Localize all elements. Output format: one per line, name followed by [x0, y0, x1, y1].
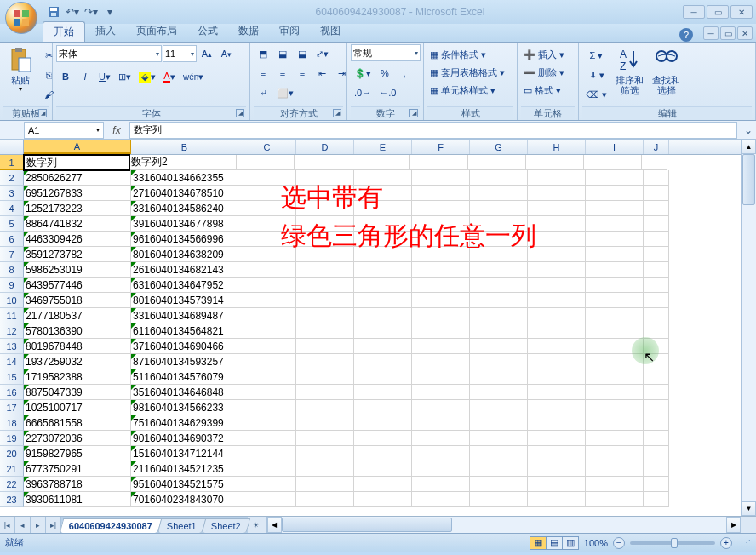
border-button[interactable]: ⊞▾: [115, 67, 135, 86]
resize-grip-icon[interactable]: ⋰: [737, 538, 751, 547]
format-cells-button[interactable]: ▭格式 ▾: [521, 82, 567, 99]
col-header-G[interactable]: G: [470, 140, 528, 154]
cell[interactable]: [470, 431, 528, 446]
cell[interactable]: [296, 339, 354, 354]
indent-dec-icon[interactable]: ⇤: [312, 64, 331, 83]
align-top-icon[interactable]: ⬒: [254, 44, 272, 63]
col-header-E[interactable]: E: [354, 140, 412, 154]
row-header[interactable]: 5: [0, 216, 24, 232]
cell[interactable]: [295, 155, 352, 170]
wrap-text-icon[interactable]: ⤶: [254, 83, 272, 102]
ribbon-minimize-icon[interactable]: ─: [703, 26, 719, 40]
cell[interactable]: [470, 232, 528, 247]
zoom-slider[interactable]: [630, 541, 715, 545]
cell[interactable]: [584, 155, 642, 170]
cell[interactable]: [586, 477, 644, 492]
cell[interactable]: [354, 369, 412, 385]
cell[interactable]: [412, 247, 470, 262]
cell[interactable]: [354, 278, 412, 293]
cell[interactable]: 数字列2: [129, 155, 237, 170]
row-header[interactable]: 13: [0, 339, 24, 354]
cell[interactable]: [296, 369, 354, 385]
cell[interactable]: 2116040134521235: [131, 461, 238, 477]
cell[interactable]: [412, 170, 470, 186]
phonetic-button[interactable]: wén▾: [180, 67, 207, 86]
zoom-level[interactable]: 100%: [584, 538, 608, 548]
row-header[interactable]: 17: [0, 400, 24, 415]
cell[interactable]: 8016040134573914: [131, 293, 238, 308]
cell[interactable]: [586, 232, 644, 247]
cell[interactable]: [354, 308, 412, 323]
cell[interactable]: 3469755018: [24, 293, 131, 308]
cell[interactable]: [468, 155, 526, 170]
conditional-format-button[interactable]: ▦条件格式 ▾: [427, 46, 507, 63]
table-format-button[interactable]: ▦套用表格格式 ▾: [427, 64, 507, 81]
cell[interactable]: [412, 278, 470, 293]
cell[interactable]: [644, 247, 669, 262]
cell[interactable]: [586, 247, 644, 262]
cell[interactable]: [354, 201, 412, 216]
cell[interactable]: [644, 477, 669, 492]
cell[interactable]: [586, 461, 644, 477]
cell[interactable]: 9016040134690372: [131, 431, 238, 446]
cell[interactable]: [528, 354, 586, 369]
cell[interactable]: [354, 354, 412, 369]
cell[interactable]: [354, 216, 412, 232]
cell[interactable]: [354, 186, 412, 201]
row-header[interactable]: 18: [0, 415, 24, 431]
cell[interactable]: [470, 461, 528, 477]
undo-icon[interactable]: ↶▾: [65, 4, 80, 20]
cell[interactable]: 1516040134712144: [131, 446, 238, 461]
row-header[interactable]: 22: [0, 477, 24, 492]
col-header-H[interactable]: H: [528, 140, 586, 154]
sheet-tab[interactable]: Sheet2: [201, 518, 249, 533]
cell[interactable]: [238, 354, 296, 369]
row-header[interactable]: 14: [0, 354, 24, 369]
cell[interactable]: [354, 492, 412, 507]
cell[interactable]: [354, 446, 412, 461]
sheet-next-icon[interactable]: ▸: [31, 517, 46, 533]
find-select-button[interactable]: 查找和 选择: [649, 44, 684, 97]
cell[interactable]: [238, 186, 296, 201]
row-header[interactable]: 19: [0, 431, 24, 446]
cell[interactable]: [644, 232, 669, 247]
cell[interactable]: [238, 492, 296, 507]
cell[interactable]: [528, 492, 586, 507]
cell[interactable]: [528, 461, 586, 477]
cell[interactable]: [238, 323, 296, 339]
cell-style-button[interactable]: ▦单元格样式 ▾: [427, 82, 507, 99]
cell[interactable]: [238, 431, 296, 446]
cell[interactable]: 3916040134677898: [131, 216, 238, 232]
clear-icon[interactable]: ⌫ ▾: [582, 85, 610, 104]
align-center-icon[interactable]: ≡: [273, 64, 292, 83]
cell[interactable]: [238, 369, 296, 385]
cell[interactable]: [528, 477, 586, 492]
cell[interactable]: [528, 400, 586, 415]
cell[interactable]: [470, 308, 528, 323]
cell[interactable]: [238, 201, 296, 216]
cell[interactable]: [644, 308, 669, 323]
cell[interactable]: [644, 369, 669, 385]
cell[interactable]: [296, 385, 354, 400]
cell[interactable]: [586, 201, 644, 216]
cell[interactable]: 7016040234843070: [131, 492, 238, 507]
cell[interactable]: [296, 216, 354, 232]
row-header[interactable]: 7: [0, 247, 24, 262]
paste-button[interactable]: 粘贴 ▾: [3, 44, 37, 94]
cell[interactable]: [586, 431, 644, 446]
cell[interactable]: [644, 415, 669, 431]
cell[interactable]: 8716040134593257: [131, 354, 238, 369]
cell[interactable]: [238, 415, 296, 431]
cell[interactable]: [354, 232, 412, 247]
row-header[interactable]: 9: [0, 278, 24, 293]
alignment-launcher[interactable]: ◢: [333, 109, 341, 117]
cell[interactable]: 9616040134566996: [131, 232, 238, 247]
row-header[interactable]: 3: [0, 186, 24, 201]
cell[interactable]: [528, 308, 586, 323]
sheet-tab[interactable]: 6040609424930087: [60, 518, 162, 533]
cell[interactable]: 1025100717: [24, 400, 131, 415]
cell[interactable]: 2616040134682143: [131, 262, 238, 278]
bold-button[interactable]: B: [56, 67, 75, 86]
cell[interactable]: [238, 262, 296, 278]
fill-icon[interactable]: ⬇ ▾: [582, 66, 610, 84]
